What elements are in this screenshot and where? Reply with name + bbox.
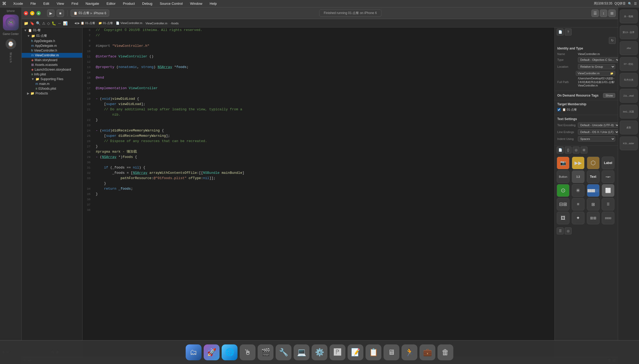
palette-columns-icon[interactable]: ⊞ bbox=[587, 198, 600, 211]
tool-grid-icon[interactable]: ⊞ bbox=[581, 147, 587, 153]
far-right-item-2[interactable]: 第13···业界 bbox=[620, 25, 638, 39]
nav-back[interactable]: ◀ bbox=[74, 21, 76, 25]
palette-button-lbl[interactable]: Button bbox=[557, 170, 569, 183]
nav-item-assets[interactable]: ⊞ Assets.xcassets bbox=[22, 62, 82, 67]
dock-clipboard[interactable]: 📋 bbox=[366, 344, 381, 360]
palette-minus-icon[interactable]: ⊟⊞ bbox=[557, 198, 569, 211]
dock-tools[interactable]: 🔧 bbox=[276, 344, 291, 360]
menu-product[interactable]: Product bbox=[121, 1, 136, 6]
tool-braces-icon[interactable]: {} bbox=[565, 147, 572, 153]
quick-help-btn[interactable]: ? bbox=[565, 29, 572, 35]
nav-item-launch-storyboard[interactable]: ◈ LaunchScreen.storyboard bbox=[22, 67, 82, 72]
far-right-item-8[interactable]: 桌面 bbox=[620, 121, 638, 134]
breadcrumb-method[interactable]: -foods bbox=[171, 22, 179, 25]
code-editor[interactable]: 6 // Copyright © 2015年 itheima. All righ… bbox=[83, 28, 554, 357]
menubar-ime[interactable]: QQ拼音 bbox=[614, 1, 626, 6]
encoding-dropdown[interactable]: Default - Unicode (UTF-8) bbox=[578, 122, 618, 128]
nav-report-icon[interactable]: 📊 bbox=[63, 21, 67, 25]
location-dropdown[interactable]: Relative to Group bbox=[578, 64, 615, 69]
tool-doc-icon[interactable]: 📄 bbox=[557, 147, 564, 153]
far-right-item-7[interactable]: ios1...试题 bbox=[620, 105, 638, 119]
palette-label-btn[interactable]: Label bbox=[602, 157, 614, 169]
nav-item-viewcontroller-h[interactable]: h ViewController.h bbox=[22, 48, 82, 53]
type-dropdown[interactable]: Default - Objective-C So... bbox=[578, 57, 618, 62]
file-inspector-btn[interactable]: 📄 bbox=[557, 29, 564, 35]
palette-progress-icon[interactable]: ████░░ bbox=[587, 184, 600, 197]
nav-item-products[interactable]: ▶ 📁 Products bbox=[22, 91, 82, 96]
menu-window[interactable]: Window bbox=[189, 1, 204, 6]
nav-search-icon[interactable]: 🔍 bbox=[36, 21, 40, 25]
menu-source-control[interactable]: Source Control bbox=[158, 1, 184, 6]
menubar-search-icon[interactable]: 🔍 bbox=[628, 2, 632, 6]
menu-editor[interactable]: Editor bbox=[105, 1, 117, 6]
menu-navigate[interactable]: Navigate bbox=[84, 1, 101, 6]
panel-list-icon[interactable]: ☰ bbox=[557, 228, 564, 234]
palette-list-icon[interactable]: ☰ bbox=[602, 198, 614, 211]
far-right-item-4[interactable]: 07···优化 bbox=[620, 57, 638, 71]
nav-item-main-m[interactable]: m main.m bbox=[22, 81, 82, 86]
palette-cube-icon[interactable]: ⬡ bbox=[587, 157, 600, 169]
line-endings-dropdown[interactable]: Default - OS X / Unix (LF) bbox=[578, 129, 618, 135]
far-right-item-6[interactable]: ZJL...etail bbox=[620, 89, 638, 103]
nav-item-project[interactable]: ▼ 📁 01-点餐 bbox=[22, 33, 82, 39]
far-right-item-5[interactable]: 车丹分类 bbox=[620, 73, 638, 87]
far-right-item-9[interactable]: KSI...aster bbox=[620, 136, 638, 150]
navigator-toggle[interactable]: ☰ bbox=[591, 10, 599, 17]
dock-trash[interactable]: 🗑 bbox=[437, 344, 453, 360]
breadcrumb-project[interactable]: 📁 01-点餐 bbox=[98, 21, 113, 25]
palette-text-btn[interactable]: Text bbox=[587, 170, 600, 183]
nav-forward[interactable]: ▶ bbox=[77, 21, 80, 25]
dock-launchpad[interactable]: 🚀 bbox=[204, 344, 220, 360]
palette-grid3-icon[interactable]: ⊟⊟⊟ bbox=[602, 212, 614, 224]
menu-edit[interactable]: Edit bbox=[42, 1, 51, 6]
nav-item-main-storyboard[interactable]: ◈ Main.storyboard bbox=[22, 58, 82, 62]
menu-debug[interactable]: Debug bbox=[141, 1, 154, 6]
menubar-menu-icon[interactable]: ☰ bbox=[634, 2, 637, 6]
nav-test-icon[interactable]: ◇ bbox=[47, 21, 50, 25]
stop-button[interactable]: ■ bbox=[57, 10, 64, 17]
dock-video[interactable]: 🎬 bbox=[258, 344, 273, 360]
nav-item-01foods-plist[interactable]: ≡ 01foods.plist bbox=[22, 86, 82, 91]
close-button[interactable]: ● bbox=[24, 11, 28, 15]
gamecenter-icon[interactable]: 🎮 bbox=[3, 15, 19, 30]
dock-parking[interactable]: 🅿 bbox=[330, 344, 345, 360]
dock-settings[interactable]: ⚙️ bbox=[312, 344, 327, 360]
tool-circle-icon[interactable]: ◎ bbox=[573, 147, 579, 153]
indent-dropdown[interactable]: Spaces bbox=[578, 136, 615, 142]
dock-monitor[interactable]: 🖥 bbox=[384, 344, 399, 360]
palette-slider-icon[interactable]: ━●━ bbox=[602, 170, 614, 183]
refresh-btn[interactable]: ↻ bbox=[609, 37, 616, 44]
dock-run[interactable]: 🏃 bbox=[401, 344, 417, 360]
utilities-toggle[interactable]: ⊞ bbox=[608, 10, 616, 17]
menu-find[interactable]: Find bbox=[70, 1, 80, 6]
breadcrumb-file[interactable]: 📄 ViewController.m bbox=[116, 21, 142, 25]
far-right-item-3[interactable]: .xlsx bbox=[620, 41, 638, 55]
menu-help[interactable]: Help bbox=[208, 1, 218, 6]
nav-item-supporting-files[interactable]: ▼ 📁 Supporting Files bbox=[22, 77, 82, 81]
dock-safari[interactable]: 🌐 bbox=[222, 344, 238, 360]
minimize-button[interactable]: ● bbox=[30, 11, 34, 15]
palette-spinner-icon[interactable]: ✳ bbox=[572, 184, 585, 197]
palette-seg-1[interactable]: 1 2 bbox=[572, 170, 585, 183]
watch-icon[interactable]: ⌚ bbox=[6, 39, 16, 49]
nav-item-info-plist[interactable]: ≡ Info.plist bbox=[22, 72, 82, 77]
nav-bookmark-icon[interactable]: 🔖 bbox=[30, 21, 34, 25]
panel-circle-icon[interactable]: ◎ bbox=[565, 228, 572, 234]
nav-item-viewcontroller-m[interactable]: m ViewController.m bbox=[22, 53, 82, 58]
dock-finder[interactable]: 🗂 bbox=[186, 344, 202, 360]
menu-view[interactable]: View bbox=[55, 1, 66, 6]
run-button[interactable]: ▶ bbox=[47, 10, 54, 17]
target-checkbox[interactable] bbox=[557, 108, 561, 111]
menu-file[interactable]: File bbox=[29, 1, 38, 6]
palette-stepper-icon[interactable]: ⬜ bbox=[602, 184, 614, 197]
breadcrumb-root[interactable]: 📋 01-点餐 bbox=[81, 21, 95, 25]
apple-menu-icon[interactable]: ⌘ bbox=[2, 1, 6, 6]
nav-folder-icon[interactable]: 📁 bbox=[24, 21, 28, 25]
palette-table-icon[interactable]: ≡ bbox=[572, 198, 585, 211]
menu-xcode[interactable]: Xcode bbox=[12, 1, 25, 6]
nav-item-root[interactable]: ▼ 📋 01-餐 bbox=[22, 28, 82, 33]
palette-toggle-icon[interactable]: ⊙ bbox=[557, 184, 569, 197]
maximize-button[interactable]: ● bbox=[36, 11, 41, 15]
scheme-selector[interactable]: 📋 01-点餐 ▶ iPhone 6 bbox=[71, 10, 109, 17]
nav-item-appdelegate-m[interactable]: m AppDelegate.m bbox=[22, 43, 82, 48]
